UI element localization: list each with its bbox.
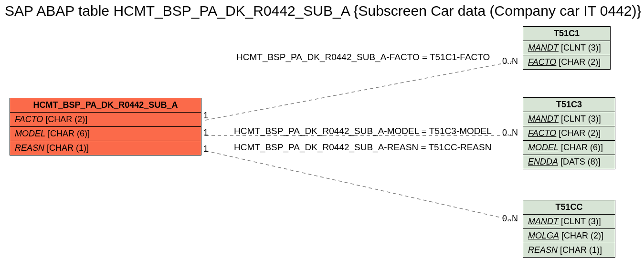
cardinality-one: 1	[203, 111, 208, 121]
entity-field-row: MOLGA [CHAR (2)]	[523, 229, 615, 243]
entity-field-row: MANDT [CLNT (3)]	[523, 215, 615, 229]
field-type: [CLNT (3)]	[561, 114, 601, 124]
cardinality-many: 0..N	[502, 56, 518, 66]
entity-header: T51CC	[523, 200, 615, 215]
entity-header: HCMT_BSP_PA_DK_R0442_SUB_A	[10, 98, 201, 113]
field-name: MODEL	[528, 143, 559, 152]
field-type: [CHAR (1)]	[47, 143, 89, 153]
field-name: FACTO	[528, 128, 556, 138]
entity-header: T51C1	[523, 27, 610, 41]
field-name: MANDT	[528, 217, 559, 226]
cardinality-many: 0..N	[502, 128, 518, 138]
field-type: [CHAR (1)]	[560, 245, 602, 255]
field-type: [CHAR (6)]	[48, 129, 90, 138]
field-name: FACTO	[528, 57, 556, 67]
entity-hcmt-bsp-pa-dk-r0442-sub-a: HCMT_BSP_PA_DK_R0442_SUB_A FACTO [CHAR (…	[10, 98, 201, 155]
cardinality-many: 0..N	[502, 214, 518, 224]
relationship-label: HCMT_BSP_PA_DK_R0442_SUB_A-REASN = T51CC…	[234, 142, 491, 153]
field-type: [DATS (8)]	[560, 157, 601, 166]
entity-field-row: REASN [CHAR (1)]	[523, 243, 615, 257]
svg-line-0	[205, 61, 516, 120]
field-name: REASN	[15, 143, 44, 153]
entity-field-row: ENDDA [DATS (8)]	[523, 155, 615, 169]
field-name: MODEL	[15, 129, 45, 138]
field-name: MANDT	[528, 43, 559, 52]
field-name: MOLGA	[528, 231, 559, 240]
entity-field-row: FACTO [CHAR (2)]	[523, 55, 610, 69]
entity-field-row: FACTO [CHAR (2)]	[523, 126, 615, 141]
field-name: FACTO	[15, 114, 43, 124]
field-type: [CHAR (2)]	[561, 231, 603, 240]
field-type: [CLNT (3)]	[561, 217, 601, 226]
entity-field-row: MANDT [CLNT (3)]	[523, 112, 615, 126]
field-type: [CLNT (3)]	[561, 43, 601, 52]
field-type: [CHAR (2)]	[559, 57, 601, 67]
entity-field-row: REASN [CHAR (1)]	[10, 141, 201, 155]
relationship-label: HCMT_BSP_PA_DK_R0442_SUB_A-FACTO = T51C1…	[236, 52, 490, 62]
entity-t51cc: T51CC MANDT [CLNT (3)] MOLGA [CHAR (2)] …	[523, 200, 615, 258]
relationship-label: HCMT_BSP_PA_DK_R0442_SUB_A-MODEL = T51C3…	[234, 126, 492, 136]
field-type: [CHAR (2)]	[559, 128, 601, 138]
entity-field-row: MODEL [CHAR (6)]	[523, 141, 615, 155]
entity-field-row: MODEL [CHAR (6)]	[10, 127, 201, 141]
cardinality-one: 1	[203, 144, 208, 154]
entity-header: T51C3	[523, 98, 615, 112]
field-name: ENDDA	[528, 157, 558, 166]
entity-field-row: MANDT [CLNT (3)]	[523, 41, 610, 55]
entity-t51c3: T51C3 MANDT [CLNT (3)] FACTO [CHAR (2)] …	[523, 97, 615, 169]
field-type: [CHAR (2)]	[45, 114, 87, 124]
page-title: SAP ABAP table HCMT_BSP_PA_DK_R0442_SUB_…	[5, 3, 642, 19]
field-type: [CHAR (6)]	[561, 143, 603, 152]
svg-line-2	[205, 151, 516, 221]
cardinality-one: 1	[203, 128, 208, 138]
field-name: REASN	[528, 245, 558, 255]
entity-field-row: FACTO [CHAR (2)]	[10, 113, 201, 127]
entity-t51c1: T51C1 MANDT [CLNT (3)] FACTO [CHAR (2)]	[523, 26, 611, 70]
field-name: MANDT	[528, 114, 559, 124]
